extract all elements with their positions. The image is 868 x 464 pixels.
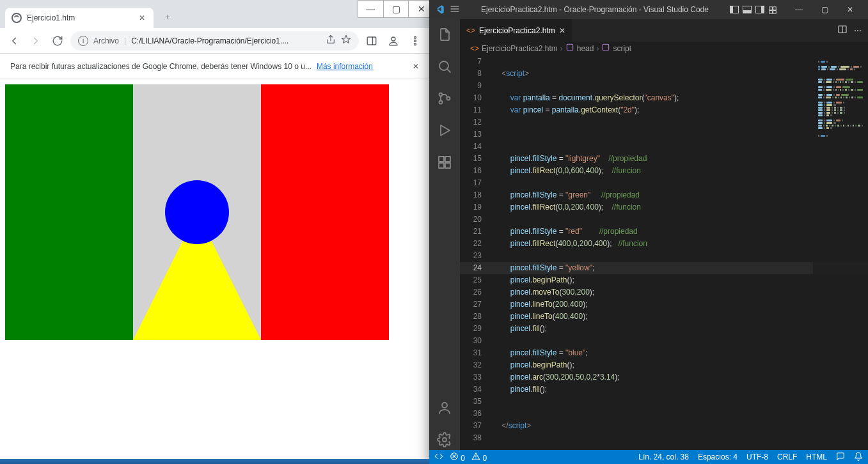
code-line[interactable]: 35 — [460, 396, 868, 408]
vscode-hamburger-menu[interactable] — [450, 4, 460, 16]
vscode-maximize-button[interactable]: ▢ — [812, 0, 837, 19]
statusbar-notifications-icon[interactable] — [854, 452, 863, 463]
code-line[interactable]: 7 — [460, 56, 868, 68]
statusbar-language[interactable]: HTML — [806, 452, 827, 461]
statusbar-remote-icon[interactable] — [434, 452, 443, 463]
breadcrumb-item[interactable]: script — [613, 44, 631, 53]
bookmark-icon[interactable] — [341, 35, 351, 47]
svg-rect-10 — [773, 7, 777, 10]
chrome-tab-active[interactable]: Ejercicio1.htm ✕ — [5, 8, 154, 28]
svg-rect-22 — [445, 157, 450, 162]
vscode-minimize-button[interactable]: — — [786, 0, 812, 19]
activity-run-debug-icon[interactable] — [429, 120, 460, 141]
code-line[interactable]: 11 var pincel = pantalla.getContext("2d"… — [460, 104, 868, 116]
code-line[interactable]: 20 — [460, 213, 868, 226]
code-line[interactable]: 26 pincel.moveTo(300,200); — [460, 286, 868, 298]
html-file-icon: <> — [466, 26, 475, 35]
code-line[interactable]: 19 pincel.fillRect(0,0,200,400); //funci… — [460, 201, 868, 213]
site-info-icon[interactable]: i — [78, 36, 88, 46]
vscode-code-area[interactable]: 78 <script>910 var pantalla = document.q… — [460, 56, 868, 450]
chrome-back-button[interactable] — [5, 32, 23, 50]
chrome-maximize-button[interactable]: ▢ — [383, 1, 409, 17]
code-line[interactable]: 38 — [460, 432, 868, 444]
activity-settings-icon[interactable] — [429, 429, 460, 450]
omnibox-separator: | — [124, 36, 126, 45]
code-line[interactable]: 24 pincel.fillStyle = "yellow"; — [460, 262, 868, 274]
code-line[interactable]: 29 pincel.fill(); — [460, 323, 868, 335]
code-line[interactable]: 31 pincel.fillStyle = "blue"; — [460, 347, 868, 359]
svg-rect-11 — [769, 11, 773, 14]
chrome-forward-button[interactable] — [27, 32, 45, 50]
code-line[interactable]: 30 — [460, 335, 868, 347]
code-line[interactable]: 27 pincel.lineTo(200,400); — [460, 298, 868, 311]
editor-tab-active[interactable]: <> EjercicioPractica2.htm ✕ — [460, 19, 572, 42]
vscode-window-controls: — ▢ ✕ — [786, 0, 863, 19]
code-line[interactable]: 28 pincel.lineTo(400,400); — [460, 311, 868, 323]
chrome-profile-button[interactable] — [384, 32, 402, 50]
vscode-close-button[interactable]: ✕ — [837, 0, 863, 19]
code-line[interactable]: 36 — [460, 408, 868, 420]
share-icon[interactable] — [326, 35, 336, 47]
code-line[interactable]: 32 pincel.beginPath(); — [460, 359, 868, 371]
chrome-menu-button[interactable] — [406, 32, 424, 50]
activity-source-control-icon[interactable] — [429, 88, 460, 109]
statusbar-eol[interactable]: CRLF — [777, 452, 797, 461]
statusbar-cursor-position[interactable]: Lín. 24, col. 38 — [638, 452, 689, 461]
statusbar-problems[interactable]: 0 0 — [450, 452, 487, 463]
layout-right-icon[interactable] — [755, 6, 764, 13]
code-line[interactable]: 22 pincel.fillRect(400,0,200,400); //fun… — [460, 238, 868, 250]
editor-tab-close-button[interactable]: ✕ — [559, 26, 565, 35]
breadcrumb-item[interactable]: EjercicioPractica2.htm — [482, 44, 558, 53]
infobar-link[interactable]: Más información — [317, 62, 373, 71]
code-lines[interactable]: 78 <script>910 var pantalla = document.q… — [460, 56, 868, 450]
svg-rect-21 — [445, 163, 450, 168]
activity-search-icon[interactable] — [429, 56, 460, 77]
chrome-omnibox[interactable]: i Archivo | C:/LILIANA/Oracle-Programaci… — [70, 31, 359, 50]
vscode-titlebar: EjercicioPractica2.htm - Oracle-Programa… — [429, 0, 868, 19]
vscode-breadcrumbs[interactable]: <>EjercicioPractica2.htm›head›script — [460, 42, 868, 56]
editor-more-actions-icon[interactable]: ⋯ — [854, 26, 862, 35]
vscode-logo-icon — [434, 4, 445, 15]
symbol-icon — [565, 43, 574, 54]
chrome-tab-close-button[interactable]: ✕ — [137, 13, 147, 23]
activity-accounts-icon[interactable] — [429, 398, 460, 418]
chrome-window-controls: — ▢ ✕ — [358, 0, 434, 18]
code-line[interactable]: 16 pincel.fillRect(0,0,600,400); //funci… — [460, 165, 868, 177]
omnibox-url: C:/LILIANA/Oracle-Programación/Ejercicio… — [131, 36, 320, 45]
chrome-reload-button[interactable] — [49, 32, 67, 50]
code-line[interactable]: 8 <script> — [460, 68, 868, 80]
side-panel-icon[interactable] — [363, 32, 381, 50]
breadcrumb-item[interactable]: head — [577, 44, 594, 53]
code-line[interactable]: 13 — [460, 128, 868, 141]
code-line[interactable]: 17 — [460, 177, 868, 189]
infobar-close-button[interactable]: ✕ — [413, 62, 419, 71]
code-line[interactable]: 9 — [460, 80, 868, 92]
code-line[interactable]: 34 pincel.fill(); — [460, 383, 868, 396]
activity-extensions-icon[interactable] — [429, 152, 460, 173]
statusbar-encoding[interactable]: UTF-8 — [746, 452, 768, 461]
code-line[interactable]: 25 pincel.beginPath(); — [460, 274, 868, 286]
statusbar-feedback-icon[interactable] — [836, 452, 845, 463]
code-line[interactable]: 12 — [460, 116, 868, 128]
statusbar-indentation[interactable]: Espacios: 4 — [698, 452, 738, 461]
code-line[interactable]: 15 pincel.fillStyle = "lightgrey" //prop… — [460, 153, 868, 165]
chrome-toolbar: i Archivo | C:/LILIANA/Oracle-Programaci… — [0, 28, 429, 54]
layout-left-icon[interactable] — [730, 6, 739, 13]
split-editor-icon[interactable] — [837, 24, 848, 36]
editor-tab-label: EjercicioPractica2.htm — [479, 26, 555, 35]
chrome-tabstrip: Ejercicio1.htm ✕ ＋ — ▢ ✕ — [0, 5, 429, 28]
activity-explorer-icon[interactable] — [429, 24, 460, 45]
chrome-new-tab-button[interactable]: ＋ — [159, 8, 177, 26]
code-line[interactable]: 10 var pantalla = document.querySelector… — [460, 92, 868, 104]
code-line[interactable]: 21 pincel.fillStyle = "red" //propiedad — [460, 226, 868, 238]
code-line[interactable]: 23 — [460, 250, 868, 262]
code-line[interactable]: 14 — [460, 141, 868, 153]
layout-bottom-icon[interactable] — [743, 6, 752, 13]
infobar-message: Para recibir futuras actualizaciones de … — [10, 62, 312, 71]
code-line[interactable]: 33 pincel.arc(300,200,50,0,2*3.14); — [460, 371, 868, 383]
layout-custom-icon[interactable] — [768, 6, 778, 13]
chrome-minimize-button[interactable]: — — [358, 1, 383, 17]
code-line[interactable]: 18 pincel.fillStyle = "green" //propieda… — [460, 189, 868, 201]
code-line[interactable]: 37 </script> — [460, 420, 868, 432]
vscode-minimap[interactable] — [813, 56, 868, 450]
